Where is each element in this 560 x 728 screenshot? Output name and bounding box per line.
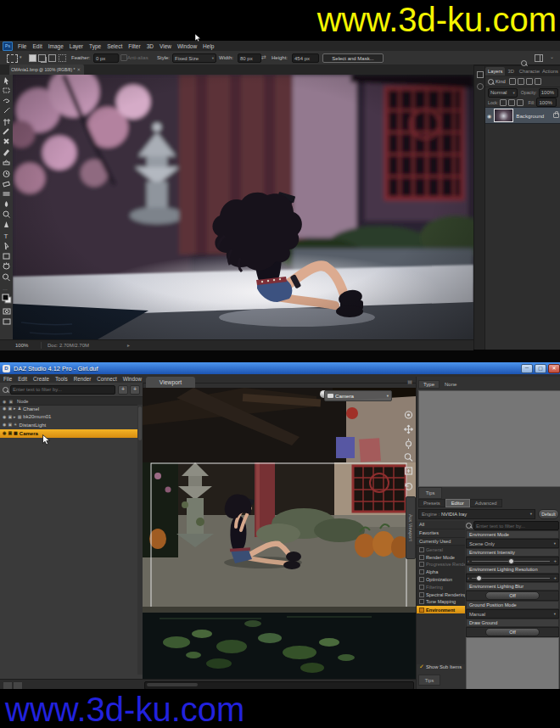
ps-menu-file[interactable]: File [18,43,26,49]
scene-item-camera-selected[interactable]: ◉ ▣ ▦ Camera [0,429,143,439]
eye-icon[interactable]: ◉ [3,431,6,435]
scene-item-chanel[interactable]: ◉▣ ▸♟ Chanel [0,405,143,413]
prop-draw-ground-toggle[interactable]: Off [485,628,540,636]
group-render-mode[interactable]: Render Mode [417,553,465,561]
document-tab[interactable]: CMAnia1.bmp @ 100% (RGB/8) * ✕ [9,64,84,75]
minimize-button[interactable]: ─ [521,364,533,373]
lock-transparent-icon[interactable] [500,99,507,106]
antialias-checkbox[interactable] [120,54,127,61]
scene-item-distantlight[interactable]: ◉▣ ☀ DistantLight [0,421,143,429]
expand-icon[interactable]: ▸ [14,406,16,411]
tab-advanced[interactable]: Advanced [470,499,502,507]
swap-dimensions-icon[interactable]: ⇄ [261,54,266,61]
aux-viewport-tab[interactable]: Aux Viewport [406,496,416,559]
ps-menu-type[interactable]: Type [89,43,101,49]
select-box-icon[interactable]: ▣ [8,415,12,419]
canvas-image[interactable] [13,75,473,339]
fill-value[interactable]: 100% [536,98,557,107]
maximize-button[interactable]: ▢ [535,364,546,373]
photoshop-toolbox[interactable]: T … [0,75,14,339]
prop-ground-position-dropdown[interactable]: Manual▾ [466,609,559,619]
tab-editor[interactable]: Editor [445,499,470,507]
prop-lighting-blur-toggle[interactable]: Off [485,591,540,600]
render-tips-tab[interactable]: Tips [418,675,440,686]
width-input[interactable]: 80 px [238,53,261,63]
prop-environment-mode-dropdown[interactable]: Scene Only▾ [466,539,559,548]
filter-type-icon[interactable] [526,78,533,85]
eye-icon[interactable]: ◉ [3,423,6,427]
close-button[interactable]: ✕ [548,364,560,373]
node-column-header[interactable]: Node [17,399,28,404]
layer-visibility-eye-icon[interactable]: ◉ [487,113,491,119]
select-box-icon[interactable]: ▣ [8,423,12,427]
layer-row-background[interactable]: ◉ Background [485,107,560,124]
doc-size[interactable]: Doc: 2.70M/2.70M [48,343,89,348]
lock-position-icon[interactable] [517,99,524,106]
prop-environment-intensity-slider[interactable]: ‹+ [466,557,559,565]
filter-kind-dropdown[interactable]: Kind [496,79,506,84]
daz-menu-tools[interactable]: Tools [55,376,68,382]
scene-add-button[interactable]: + [118,385,128,395]
tab-actions[interactable]: Actions [540,67,560,76]
daz-menu-render[interactable]: Render [74,376,92,382]
eye-icon[interactable]: ◉ [3,406,6,411]
intersect-selection-icon[interactable] [59,54,66,62]
prop-lighting-resolution-slider[interactable]: ‹+ [466,574,559,582]
group-environment-selected[interactable]: Environment [417,606,465,614]
group-general[interactable]: General [417,546,465,553]
tab-3d[interactable]: 3D [505,67,516,76]
engine-dropdown[interactable]: Engine : NVIDIA Iray ▾ [418,509,535,519]
group-favorites[interactable]: Favorites [417,529,465,538]
filter-shape-icon[interactable] [535,78,541,85]
property-filter-input[interactable]: Enter text to filter by... [473,521,559,530]
camera-selector[interactable]: Camera ▾ [324,390,392,401]
workspace-icon[interactable] [535,54,543,62]
group-alpha[interactable]: Alpha [417,568,465,576]
layer-thumbnail[interactable] [494,109,513,122]
ps-menu-filter[interactable]: Filter [128,43,140,49]
ps-menu-layer[interactable]: Layer [70,43,83,49]
scene-options-button[interactable]: + [130,385,140,395]
viewport-tab[interactable]: Viewport [146,377,195,388]
zoom-level[interactable]: 100% [15,343,28,348]
select-and-mask-button[interactable]: Select and Mask... [322,53,384,63]
scene-filter-input[interactable]: Enter text to filter by... [10,385,115,395]
opacity-value[interactable]: 100% [539,88,558,98]
lock-pixels-icon[interactable] [508,99,515,106]
feather-input[interactable]: 0 px [93,53,119,63]
tab-presets[interactable]: Presets [418,499,445,507]
tab-close-icon[interactable]: ✕ [76,67,81,72]
ps-menu-view[interactable]: View [160,43,171,49]
ps-menu-3d[interactable]: 3D [147,43,154,49]
collapsed-panel-icon-1[interactable] [477,71,484,78]
collapsed-panel-icon-2[interactable] [477,83,484,90]
height-input[interactable]: 454 px [292,53,319,63]
expand-icon[interactable]: ▸ [14,415,16,419]
viewport-nav-tools[interactable] [403,410,414,495]
group-currently-used[interactable]: Currently Used [417,538,465,546]
ps-menu-edit[interactable]: Edit [32,43,42,49]
ps-menu-select[interactable]: Select [107,43,122,49]
daz-menu-window[interactable]: Window [123,376,142,382]
status-arrow-icon[interactable]: ▸ [127,342,130,348]
daz-titlebar[interactable]: D DAZ Studio 4.12 Pro - Girl.duf ─ ▢ ✕ [0,362,560,374]
ps-menu-help[interactable]: Help [203,43,214,49]
blend-mode-dropdown[interactable]: Normal▾ [488,88,518,98]
subtract-selection-icon[interactable] [48,54,56,62]
viewport-pane-menu-icon[interactable]: ▤ [407,378,412,384]
ps-menu-window[interactable]: Window [177,43,197,49]
viewport-content[interactable]: Camera ▾ Aux Viewport [143,388,416,679]
eye-icon[interactable]: ◉ [3,415,6,419]
search-icon[interactable] [521,60,527,66]
daz-menu-edit[interactable]: Edit [18,376,27,382]
tool-preset-chevron-icon[interactable]: ▾ [20,54,22,59]
group-all[interactable]: All [417,521,465,529]
new-selection-icon[interactable] [29,54,36,62]
daz-menu-file[interactable]: File [3,376,12,382]
style-dropdown[interactable]: Fixed Size▾ [172,53,216,63]
photoshop-app-icon[interactable]: Ps [3,42,13,51]
group-optimization[interactable]: Optimization [417,576,465,584]
show-sub-items-checkbox[interactable]: ✓ Show Sub Items [419,663,462,671]
tool-settings-tips-tab[interactable]: Tips [418,487,442,499]
tab-character[interactable]: Character [517,67,540,76]
